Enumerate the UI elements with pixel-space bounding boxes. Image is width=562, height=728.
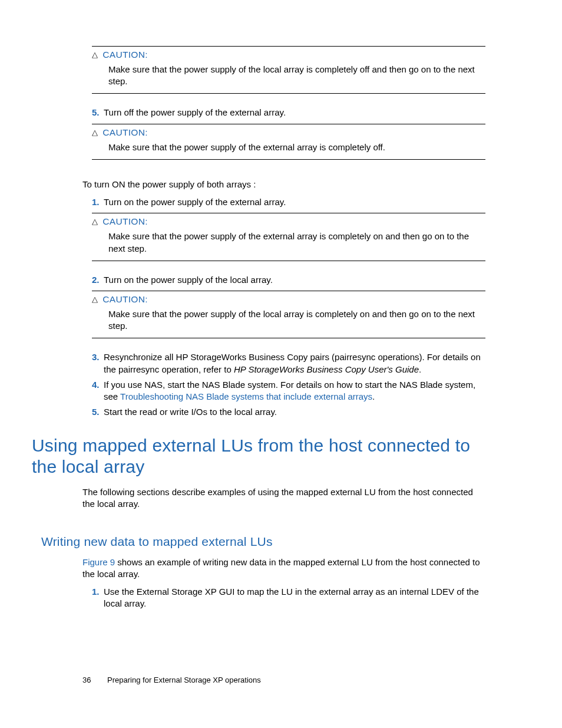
step-on-4: 4. If you use NAS, start the NAS Blade s… bbox=[92, 379, 485, 403]
divider bbox=[92, 93, 485, 94]
document-page: △ CAUTION: Make sure that the power supp… bbox=[0, 0, 562, 728]
section-heading-h2: Writing new data to mapped external LUs bbox=[41, 533, 485, 550]
caution-block-4: △ CAUTION: Make sure that the power supp… bbox=[92, 291, 485, 338]
text-run: . bbox=[372, 391, 375, 401]
divider bbox=[92, 46, 485, 47]
divider bbox=[92, 124, 485, 124]
step-h2-1: 1. Use the External Storage XP GUI to ma… bbox=[92, 586, 485, 610]
step-text: Turn on the power supply of the local ar… bbox=[104, 274, 485, 286]
step-number: 5. bbox=[92, 107, 104, 118]
italic-ref: HP StorageWorks Business Copy User's Gui… bbox=[234, 364, 419, 374]
page-number: 36 bbox=[82, 676, 91, 684]
warning-icon: △ bbox=[92, 129, 98, 136]
step-off-5: 5. Turn off the power supply of the exte… bbox=[92, 107, 485, 118]
turn-on-intro: To turn ON the power supply of both arra… bbox=[82, 179, 485, 190]
caution-label: CAUTION: bbox=[103, 294, 147, 306]
caution-label: CAUTION: bbox=[103, 127, 147, 139]
caution-body: Make sure that the power supply of the l… bbox=[92, 306, 485, 337]
text-run: shows an example of writing new data in … bbox=[82, 557, 480, 579]
h2-paragraph: Figure 9 shows an example of writing new… bbox=[82, 556, 485, 581]
caution-heading: △ CAUTION: bbox=[92, 127, 485, 139]
step-number: 3. bbox=[92, 351, 104, 375]
step-number: 5. bbox=[92, 406, 104, 418]
step-on-3: 3. Resynchronize all HP StorageWorks Bus… bbox=[92, 351, 485, 375]
caution-body: Make sure that the power supply of the e… bbox=[92, 139, 485, 158]
caution-block-2: △ CAUTION: Make sure that the power supp… bbox=[92, 124, 485, 160]
caution-heading: △ CAUTION: bbox=[92, 49, 485, 61]
caution-body: Make sure that the power supply of the l… bbox=[92, 61, 485, 93]
step-text: Resynchronize all HP StorageWorks Busine… bbox=[104, 351, 485, 375]
section-heading-h1: Using mapped external LUs from the host … bbox=[32, 435, 485, 478]
warning-icon: △ bbox=[92, 218, 98, 225]
figure-link[interactable]: Figure 9 bbox=[82, 557, 115, 567]
caution-block-3: △ CAUTION: Make sure that the power supp… bbox=[92, 213, 485, 261]
caution-label: CAUTION: bbox=[103, 49, 147, 61]
footer-title: Preparing for External Storage XP operat… bbox=[107, 676, 261, 684]
page-footer: 36 Preparing for External Storage XP ope… bbox=[82, 675, 261, 686]
divider bbox=[92, 159, 485, 160]
caution-body: Make sure that the power supply of the e… bbox=[92, 228, 485, 259]
warning-icon: △ bbox=[92, 295, 98, 303]
step-text: Use the External Storage XP GUI to map t… bbox=[104, 586, 485, 610]
caution-label: CAUTION: bbox=[103, 216, 147, 228]
warning-icon: △ bbox=[92, 51, 98, 58]
divider bbox=[92, 213, 485, 213]
step-number: 4. bbox=[92, 379, 104, 403]
step-text: Turn on the power supply of the external… bbox=[104, 196, 485, 208]
step-number: 1. bbox=[92, 196, 104, 208]
caution-block-1: △ CAUTION: Make sure that the power supp… bbox=[92, 46, 485, 94]
step-text: Turn off the power supply of the externa… bbox=[104, 107, 485, 118]
section-intro: The following sections describe examples… bbox=[82, 486, 485, 510]
step-text: If you use NAS, start the NAS Blade syst… bbox=[104, 379, 485, 403]
step-number: 1. bbox=[92, 586, 104, 610]
step-number: 2. bbox=[92, 274, 104, 286]
step-on-5: 5. Start the read or write I/Os to the l… bbox=[92, 406, 485, 418]
divider bbox=[92, 261, 485, 261]
divider bbox=[92, 291, 485, 291]
step-text: Start the read or write I/Os to the loca… bbox=[104, 406, 485, 418]
caution-heading: △ CAUTION: bbox=[92, 294, 485, 306]
troubleshooting-link[interactable]: Troubleshooting NAS Blade systems that i… bbox=[120, 391, 372, 401]
step-on-1: 1. Turn on the power supply of the exter… bbox=[92, 196, 485, 208]
caution-heading: △ CAUTION: bbox=[92, 216, 485, 228]
step-on-2: 2. Turn on the power supply of the local… bbox=[92, 274, 485, 286]
divider bbox=[92, 338, 485, 338]
text-run: . bbox=[419, 364, 421, 374]
